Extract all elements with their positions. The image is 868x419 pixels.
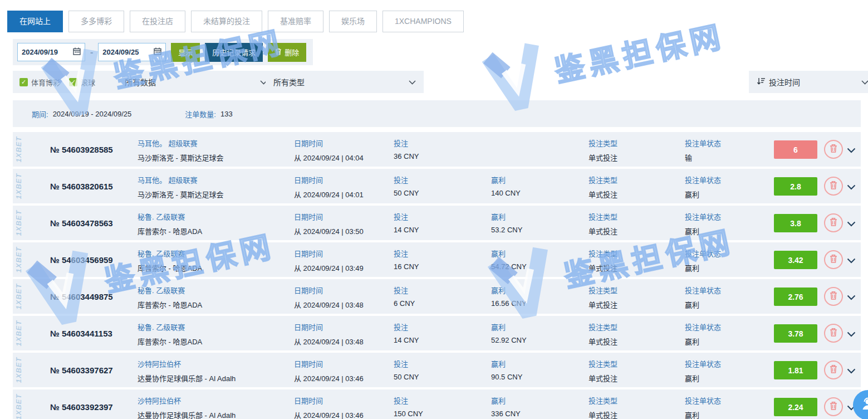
delete-bet-button[interactable] [824, 397, 843, 416]
expand-chevron-icon[interactable] [847, 219, 856, 229]
period-value: 2024/09/19 - 2024/09/25 [53, 110, 132, 118]
tab-4[interactable]: 基准赔率 [268, 11, 323, 32]
teams-label: 马沙斯洛克 - 莫斯达足球会 [138, 152, 224, 163]
date-to-value: 2024/09/25 [102, 48, 139, 56]
win-label: 赢利 [491, 174, 521, 185]
datetime-value: 从 2024/09/24 | 04:01 [294, 189, 364, 199]
date-from-input[interactable]: 2024/09/19 [17, 43, 85, 61]
bet-label: 投注 [394, 138, 419, 148]
show-button[interactable]: 显示 [171, 43, 200, 62]
delete-bet-button[interactable] [824, 250, 843, 269]
delete-bet-button[interactable] [824, 140, 843, 159]
history-request-button[interactable]: 历史记录请求 [205, 43, 263, 62]
data-filter-dropdown[interactable]: 所有数据 [117, 71, 275, 93]
summary-bar: 期间: 2024/09/19 - 2024/09/25 注单数量: 133 [13, 100, 861, 127]
data-filter-value: 所有数据 [125, 76, 156, 87]
league-link[interactable]: 秘鲁. 乙级联赛 [138, 248, 202, 259]
sort-dropdown[interactable]: 投注时间 [749, 71, 868, 93]
league-link[interactable]: 马耳他。 超级联赛 [138, 174, 224, 185]
league-link[interactable]: 沙特阿拉伯杯 [138, 395, 236, 406]
datetime-label: 日期时间 [294, 211, 364, 222]
type-filter-value: 所有类型 [273, 76, 305, 87]
league-link[interactable]: 秘鲁. 乙级联赛 [138, 285, 202, 295]
tab-0[interactable]: 在网站上 [7, 11, 63, 32]
status-label: 投注单状态 [685, 211, 721, 222]
expand-chevron-icon[interactable] [847, 329, 856, 339]
bet-value: 14 CNY [394, 226, 419, 234]
teams-label: 库普索尔 - 哈恩ADA [138, 336, 202, 347]
win-value: 52.92 CNY [491, 336, 527, 344]
bet-value: 6 CNY [394, 299, 415, 308]
win-value: 90.5 CNY [491, 373, 522, 381]
date-from-value: 2024/09/19 [22, 48, 58, 56]
status-label: 投注单状态 [685, 285, 721, 295]
type-filter-dropdown[interactable]: 所有类型 [266, 71, 424, 93]
league-link[interactable]: 马耳他。 超级联赛 [138, 138, 224, 148]
status-value: 赢利 [685, 373, 721, 383]
teams-label: 库普索尔 - 哈恩ADA [138, 299, 202, 310]
odds-badge: 1.81 [774, 361, 817, 379]
odds-badge: 3.8 [774, 214, 817, 232]
bet-value: 14 CNY [394, 336, 419, 344]
datetime-value: 从 2024/09/24 | 03:48 [294, 299, 364, 310]
bet-row: 1XBET № 54603392397 沙特阿拉伯杯 达曼协作足球俱乐部 - A… [13, 389, 861, 419]
checkbox-sport-label: 体育博彩 [31, 77, 60, 87]
delete-bet-button[interactable] [824, 287, 843, 306]
delete-bet-button[interactable] [824, 324, 843, 343]
tab-5[interactable]: 娱乐场 [329, 11, 377, 32]
delete-bet-button[interactable] [824, 213, 843, 232]
support-chat-icon [860, 396, 868, 414]
sort-icon [757, 77, 765, 87]
tab-2[interactable]: 在投注店 [130, 11, 185, 32]
bet-id: № 54603397627 [50, 353, 113, 387]
calendar-icon [154, 47, 161, 57]
tab-3[interactable]: 未结算的投注 [191, 11, 262, 32]
calendar-icon [73, 47, 81, 57]
checkbox-sport[interactable]: ✓ 体育博彩 [19, 77, 60, 87]
bet-label: 投注 [394, 248, 419, 259]
bet-type-value: 单式投注 [589, 152, 617, 163]
checkbox-live[interactable]: ✓ 滚球 [69, 77, 95, 87]
bet-type-label: 投注类型 [589, 138, 617, 148]
bet-row: 1XBET № 54603456959 秘鲁. 乙级联赛 库普索尔 - 哈恩AD… [13, 242, 861, 277]
tab-6[interactable]: 1XCHAMPIONS [382, 11, 464, 32]
bet-type-label: 投注类型 [589, 211, 617, 222]
league-link[interactable]: 秘鲁. 乙级联赛 [138, 321, 202, 332]
row-brand-watermark: 1XBET [14, 320, 23, 347]
delete-all-button[interactable]: 删除 [268, 43, 306, 62]
bet-value: 150 CNY [394, 410, 423, 418]
bet-row: 1XBET № 54603928585 马耳他。 超级联赛 马沙斯洛克 - 莫斯… [13, 132, 861, 167]
expand-chevron-icon[interactable] [847, 366, 856, 376]
datetime-label: 日期时间 [294, 358, 364, 369]
win-label: 赢利 [491, 248, 527, 259]
delete-bet-button[interactable] [824, 360, 843, 379]
delete-bet-button[interactable] [824, 177, 843, 196]
top-tabs: 在网站上多多博彩在投注店未结算的投注基准赔率娱乐场1XCHAMPIONS [7, 11, 464, 32]
status-label: 投注单状态 [685, 395, 721, 406]
bet-row: 1XBET № 54603397627 沙特阿拉伯杯 达曼协作足球俱乐部 - A… [13, 353, 861, 387]
league-link[interactable]: 秘鲁. 乙级联赛 [138, 211, 202, 222]
status-value: 赢利 [685, 262, 721, 273]
league-link[interactable]: 沙特阿拉伯杯 [138, 358, 236, 369]
expand-chevron-icon[interactable] [847, 256, 856, 266]
teams-label: 达曼协作足球俱乐部 - Al Adalh [138, 410, 236, 419]
bet-rows-list: 1XBET № 54603928585 马耳他。 超级联赛 马沙斯洛克 - 莫斯… [13, 132, 861, 419]
row-brand-watermark: 1XBET [14, 137, 23, 163]
expand-chevron-icon[interactable] [847, 182, 856, 192]
expand-chevron-icon[interactable] [847, 145, 856, 155]
count-label: 注单数量: [185, 109, 216, 119]
status-value: 赢利 [685, 336, 721, 347]
datetime-value: 从 2024/09/24 | 03:49 [294, 262, 364, 273]
odds-badge: 3.42 [774, 251, 817, 269]
trash-icon [830, 181, 837, 192]
bet-id: № 54603392397 [50, 389, 113, 419]
win-value: 336 CNY [491, 410, 521, 418]
expand-chevron-icon[interactable] [847, 293, 856, 303]
row-brand-watermark: 1XBET [14, 210, 23, 236]
datetime-label: 日期时间 [294, 248, 364, 259]
datetime-label: 日期时间 [294, 174, 364, 185]
date-to-input[interactable]: 2024/09/25 [98, 43, 166, 61]
tab-1[interactable]: 多多博彩 [68, 11, 124, 32]
teams-label: 达曼协作足球俱乐部 - Al Adalh [138, 373, 236, 383]
bet-value: 36 CNY [394, 152, 419, 160]
